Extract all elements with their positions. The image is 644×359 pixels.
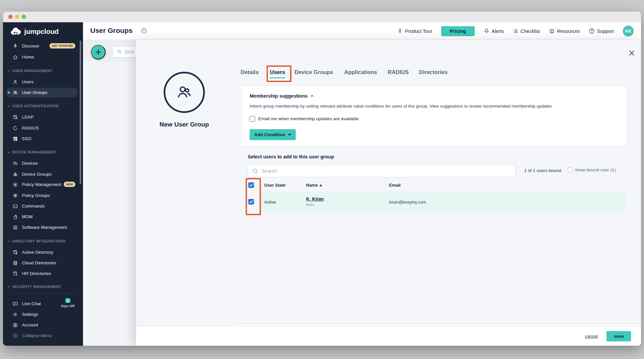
sidebar-item-software-management[interactable]: Software Management <box>3 223 83 232</box>
checklist-button[interactable]: Checklist <box>513 29 540 34</box>
sidebar-section-device-management[interactable]: DEVICE MANAGEMENT <box>3 148 83 156</box>
sidebar-item-commands[interactable]: Commands <box>3 202 83 211</box>
policy-target-icon <box>13 182 18 187</box>
show-bound-user-checkbox[interactable] <box>568 167 573 172</box>
sidebar-item-ldap[interactable]: LDAP <box>3 113 83 122</box>
database-clock-icon <box>13 115 18 120</box>
bell-icon <box>484 28 489 34</box>
alerts-button[interactable]: Alerts <box>484 28 504 34</box>
table-row[interactable]: Active K, Kiran kiran kiran@boxyhq.com <box>244 192 622 213</box>
sidebar-item-active-directory[interactable]: Active Directory <box>3 248 83 257</box>
sidebar-section-user-management[interactable]: USER MANAGEMENT <box>3 67 83 75</box>
chevron-down-icon <box>7 151 10 153</box>
chevron-down-icon <box>7 240 10 242</box>
sidebar-item-account[interactable]: Account <box>3 320 83 330</box>
membership-description: Inform group membership by setting relev… <box>250 104 553 109</box>
annotation-box-users-tab <box>267 65 291 82</box>
save-button[interactable]: save <box>606 331 631 341</box>
tab-applications[interactable]: Applications <box>344 69 377 75</box>
search-placeholder: Search <box>262 168 277 174</box>
get-started-badge: GET STARTED <box>49 43 75 48</box>
device-group-icon <box>13 172 18 177</box>
sidebar-section-directory-integrations[interactable]: DIRECTORY INTEGRATIONS <box>3 237 83 245</box>
rocket-icon <box>397 28 403 34</box>
info-icon[interactable] <box>141 28 147 34</box>
sort-ascending-icon <box>319 184 322 186</box>
sidebar-item-label: Users <box>22 79 34 84</box>
user-name-link[interactable]: K, Kiran <box>306 196 324 202</box>
sidebar-item-radius[interactable]: RADIUS <box>3 124 83 133</box>
users-table: User State Name Email Active <box>244 179 622 213</box>
sidebar-item-collapse-menu[interactable]: Collapse Menu <box>3 331 83 340</box>
sidebar-item-label: MDM <box>22 214 33 219</box>
tab-device-groups[interactable]: Device Groups <box>294 69 333 75</box>
tab-directories[interactable]: Directories <box>419 69 447 75</box>
sidebar-item-label: Policy Groups <box>22 193 50 198</box>
user-groups-page: Sear New User Group Details Users <box>83 40 641 346</box>
sidebar-item-discover[interactable]: Discover GET STARTED <box>3 42 83 51</box>
logo-wordmark: jumpcloud <box>24 28 58 36</box>
support-button[interactable]: Support <box>589 28 614 34</box>
tab-details[interactable]: Details <box>241 69 259 75</box>
sidebar-item-label: User Groups <box>22 90 47 95</box>
rocket-icon <box>13 44 18 49</box>
user-avatar[interactable]: KK <box>623 26 634 37</box>
sidebar-divider <box>12 293 76 294</box>
new-user-group-panel: New User Group Details Users Device Grou… <box>136 40 641 346</box>
terminal-icon <box>13 204 18 209</box>
column-header-user-state[interactable]: User State <box>264 183 285 188</box>
add-condition-button[interactable]: Add Condition <box>250 129 296 140</box>
sidebar-item-devices[interactable]: Devices <box>3 159 83 168</box>
sso-grid-icon <box>13 136 18 141</box>
close-icon[interactable] <box>626 48 637 58</box>
sidebar-item-label: Policy Management <box>22 182 61 187</box>
sidebar-item-home[interactable]: Home <box>3 52 83 62</box>
sidebar-item-label: Collapse Menu <box>22 333 52 338</box>
sidebar-item-users[interactable]: Users <box>3 77 83 87</box>
screen: jumpcloud Discover GET STARTED Home USER… <box>0 0 644 359</box>
product-tour-button[interactable]: Product Tour <box>397 28 432 34</box>
sidebar-section-user-authentication[interactable]: USER AUTHENTICATION <box>3 102 83 110</box>
add-group-button[interactable] <box>91 45 106 59</box>
sidebar-item-sso[interactable]: SSO <box>3 134 83 143</box>
sidebar-item-label: LDAP <box>22 115 34 120</box>
cancel-button[interactable]: cancel <box>585 334 598 339</box>
sidebar-section-security-management[interactable]: SECURITY MANAGEMENT <box>3 283 83 291</box>
column-header-email[interactable]: Email <box>389 183 401 188</box>
sidebar-item-settings[interactable]: Settings <box>3 310 83 319</box>
user-search-input[interactable]: Search <box>248 165 516 177</box>
membership-suggestions-header[interactable]: Membership suggestions <box>250 93 314 99</box>
sidebar-item-label: Discover <box>22 44 40 48</box>
resources-button[interactable]: Resources <box>549 29 580 34</box>
column-header-name[interactable]: Name <box>306 183 322 188</box>
jumpcloud-logo[interactable]: jumpcloud <box>10 28 58 36</box>
sidebar-item-label: RADIUS <box>22 126 39 131</box>
sidebar-item-hr-directories[interactable]: HR Directories <box>3 269 83 278</box>
policy-groups-icon <box>13 193 18 198</box>
stacked-database-icon <box>13 260 18 266</box>
tab-radius[interactable]: RADIUS <box>388 69 409 75</box>
chevron-down-icon <box>7 286 10 288</box>
select-users-title: Select users to add to this user group <box>248 154 334 159</box>
search-placeholder: Sear <box>124 49 134 54</box>
group-avatar <box>164 72 205 113</box>
minimize-window-button[interactable] <box>15 15 19 19</box>
pricing-button[interactable]: Pricing <box>441 26 475 36</box>
plus-icon <box>95 48 102 56</box>
sidebar-item-policy-management[interactable]: Policy Management NEW <box>3 180 83 189</box>
sidebar-item-device-groups[interactable]: Device Groups <box>3 170 83 179</box>
sidebar-item-cloud-directories[interactable]: Cloud Directories <box>3 258 83 268</box>
close-window-button[interactable] <box>8 15 13 19</box>
collapse-arrow-icon <box>13 333 18 338</box>
sidebar-item-mdm[interactable]: MDM <box>3 212 83 222</box>
database-gear-icon <box>13 250 18 255</box>
sidebar-item-label: Software Management <box>22 225 67 230</box>
caret-down-icon <box>288 134 291 136</box>
sidebar-item-user-groups[interactable]: User Groups <box>3 88 83 97</box>
email-updates-checkbox[interactable] <box>250 116 255 122</box>
user-state-cell: Active <box>264 200 276 205</box>
apple-icon <box>13 214 18 220</box>
zoom-window-button[interactable] <box>22 15 26 19</box>
users-table-header: User State Name Email <box>244 179 622 192</box>
sidebar-item-policy-groups[interactable]: Policy Groups <box>3 191 83 200</box>
